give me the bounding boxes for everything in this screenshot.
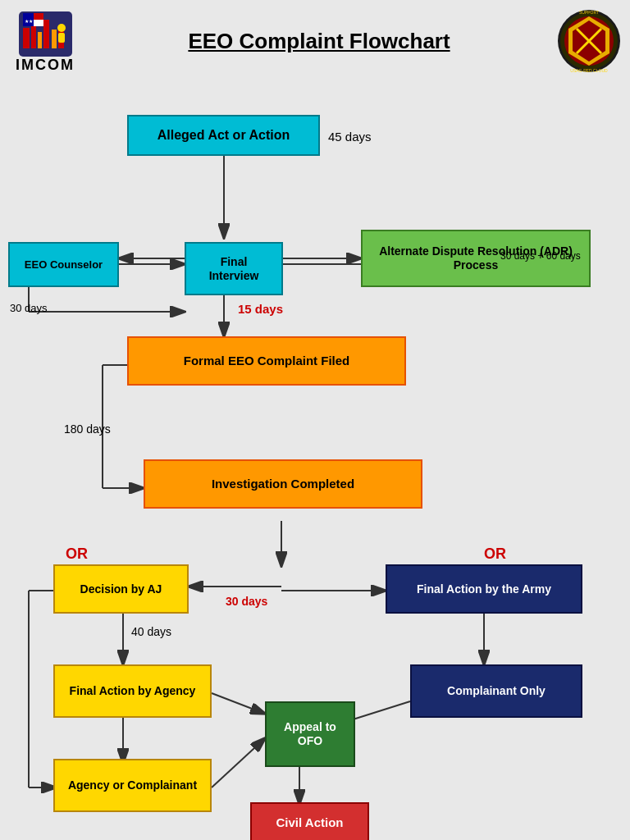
investigation-box: Investigation Completed	[144, 459, 422, 509]
label-or-right: OR	[484, 546, 506, 563]
label-180-days: 180 days	[64, 422, 111, 436]
svg-line-40	[212, 738, 265, 788]
label-45-days: 45 days	[328, 130, 372, 144]
svg-rect-5	[52, 30, 57, 48]
svg-rect-4	[43, 20, 49, 48]
label-40-days: 40 days	[131, 625, 171, 638]
final-action-agency-box: Final Action by Agency	[53, 664, 212, 718]
formal-eeo-box: Formal EEO Complaint Filed	[127, 336, 406, 386]
final-interview-box: Final Interview	[185, 242, 283, 295]
svg-point-11	[57, 24, 66, 32]
svg-rect-12	[58, 33, 65, 43]
svg-text:USAG-RED CLOUD: USAG-RED CLOUD	[570, 68, 608, 73]
right-logo: USAG-RED CLOUD SUPPORT	[556, 8, 622, 74]
appeal-ofo-box: Appeal to OFO	[265, 701, 355, 767]
svg-line-39	[212, 693, 265, 714]
svg-text:★★: ★★	[25, 19, 33, 24]
complainant-only-box: Complainant Only	[410, 664, 582, 718]
svg-rect-1	[23, 28, 30, 48]
page: ★★ IMCOM EEO Complaint Flowchart	[0, 0, 630, 840]
flowchart: Alleged Act or Action 45 days EEO Counse…	[8, 82, 622, 820]
svg-rect-3	[38, 32, 42, 48]
label-30-days-left: 30 days	[10, 302, 48, 314]
label-or-left: OR	[66, 546, 88, 563]
title-area: EEO Complaint Flowchart	[82, 29, 556, 54]
agency-complainant-box: Agency or Complainant	[53, 759, 212, 812]
page-title: EEO Complaint Flowchart	[82, 29, 556, 54]
final-action-army-box: Final Action by the Army	[386, 564, 582, 614]
svg-text:SUPPORT: SUPPORT	[579, 10, 599, 15]
header: ★★ IMCOM EEO Complaint Flowchart	[8, 8, 622, 74]
imcom-text: IMCOM	[16, 57, 75, 74]
label-15-days: 15 days	[238, 302, 283, 316]
imcom-logo: ★★ IMCOM	[8, 8, 82, 74]
imcom-emblem-svg: ★★	[19, 11, 72, 57]
svg-rect-2	[31, 24, 36, 48]
eeo-counselor-box: EEO Counselor	[8, 242, 119, 287]
usag-logo-svg: USAG-RED CLOUD SUPPORT	[556, 8, 622, 74]
label-30-days-middle: 30 days	[226, 595, 267, 608]
decision-aj-box: Decision by AJ	[53, 564, 189, 614]
alleged-act-box: Alleged Act or Action	[127, 115, 320, 156]
label-30-60-days: 30 days + 60 days	[500, 250, 581, 262]
civil-action-box: Civil Action	[250, 802, 369, 840]
